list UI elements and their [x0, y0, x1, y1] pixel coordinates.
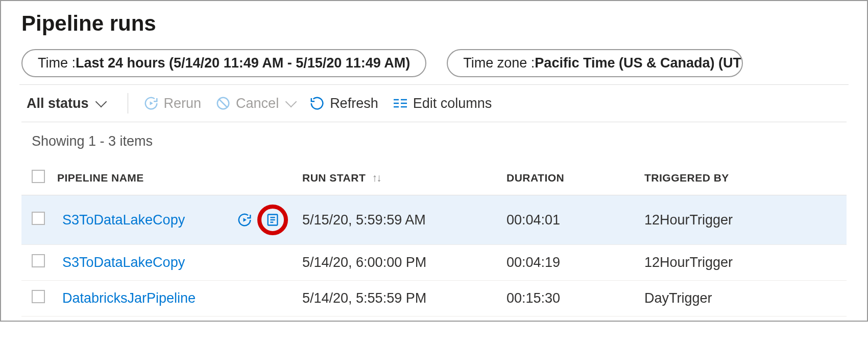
- col-triggered-by[interactable]: TRIGGERED BY: [639, 161, 847, 195]
- timezone-filter-pill[interactable]: Time zone : Pacific Time (US & Canada) (…: [447, 49, 743, 77]
- svg-line-2: [220, 100, 227, 107]
- divider: [128, 93, 128, 114]
- table-row[interactable]: S3ToDataLakeCopy5/14/20, 6:00:00 PM00:04…: [21, 245, 847, 281]
- sort-icon: ↑↓: [372, 172, 381, 184]
- edit-columns-button[interactable]: Edit columns: [393, 96, 492, 111]
- chevron-down-icon: [95, 96, 107, 108]
- triggered-by-cell: DayTrigger: [639, 281, 847, 317]
- table-row[interactable]: S3ToDataLakeCopy5/15/20, 5:59:59 AM00:04…: [21, 195, 847, 245]
- chevron-down-icon: [285, 96, 297, 108]
- run-start-cell: 5/14/20, 5:55:59 PM: [297, 281, 501, 317]
- col-duration[interactable]: DURATION: [501, 161, 639, 195]
- duration-cell: 00:04:01: [501, 195, 639, 245]
- showing-count: Showing 1 - 3 items: [21, 122, 847, 161]
- table-row[interactable]: DatabricksJarPipeline5/14/20, 5:55:59 PM…: [21, 281, 847, 317]
- rerun-icon: [143, 96, 159, 111]
- timezone-filter-value: Pacific Time (US & Canada) (UT…: [535, 55, 743, 71]
- rerun-label: Rerun: [164, 96, 202, 111]
- row-checkbox[interactable]: [32, 290, 45, 303]
- pipeline-name-link[interactable]: S3ToDataLakeCopy: [62, 255, 185, 270]
- duration-cell: 00:04:19: [501, 245, 639, 281]
- row-checkbox[interactable]: [32, 254, 45, 267]
- timezone-filter-label: Time zone :: [463, 55, 535, 71]
- triggered-by-cell: 12HourTrigger: [639, 195, 847, 245]
- refresh-button[interactable]: Refresh: [309, 96, 378, 111]
- pipeline-name-link[interactable]: DatabricksJarPipeline: [62, 290, 196, 306]
- rerun-row-icon[interactable]: [237, 212, 252, 228]
- page-title: Pipeline runs: [21, 11, 847, 36]
- col-run-start-label: RUN START: [302, 172, 366, 184]
- runs-table: PIPELINE NAME RUN START ↑↓ DURATION TRIG…: [21, 161, 847, 317]
- edit-columns-label: Edit columns: [413, 96, 492, 111]
- triggered-by-cell: 12HourTrigger: [639, 245, 847, 281]
- svg-marker-0: [150, 101, 153, 105]
- toolbar: All status Rerun Cancel: [21, 85, 847, 122]
- status-filter[interactable]: All status: [27, 96, 112, 111]
- filter-row: Time : Last 24 hours (5/14/20 11:49 AM -…: [21, 49, 847, 77]
- time-filter-pill[interactable]: Time : Last 24 hours (5/14/20 11:49 AM -…: [21, 49, 426, 77]
- col-pipeline-name[interactable]: PIPELINE NAME: [57, 161, 297, 195]
- refresh-label: Refresh: [330, 96, 378, 111]
- consumption-icon[interactable]: [266, 213, 280, 227]
- time-filter-value: Last 24 hours (5/14/20 11:49 AM - 5/15/2…: [76, 55, 410, 71]
- col-run-start[interactable]: RUN START ↑↓: [297, 161, 501, 195]
- run-start-cell: 5/15/20, 5:59:59 AM: [297, 195, 501, 245]
- edit-columns-icon: [393, 97, 408, 109]
- duration-cell: 00:15:30: [501, 281, 639, 317]
- cancel-button[interactable]: Cancel: [215, 96, 295, 111]
- svg-marker-9: [244, 218, 247, 222]
- rerun-button[interactable]: Rerun: [143, 96, 202, 111]
- status-filter-label: All status: [27, 96, 89, 111]
- cancel-label: Cancel: [236, 96, 279, 111]
- select-all-checkbox[interactable]: [32, 170, 45, 183]
- cancel-icon: [215, 96, 231, 111]
- run-start-cell: 5/14/20, 6:00:00 PM: [297, 245, 501, 281]
- consumption-highlight: [257, 205, 288, 235]
- time-filter-label: Time :: [38, 55, 76, 71]
- refresh-icon: [309, 96, 325, 111]
- row-checkbox[interactable]: [32, 212, 45, 225]
- pipeline-name-link[interactable]: S3ToDataLakeCopy: [62, 212, 185, 228]
